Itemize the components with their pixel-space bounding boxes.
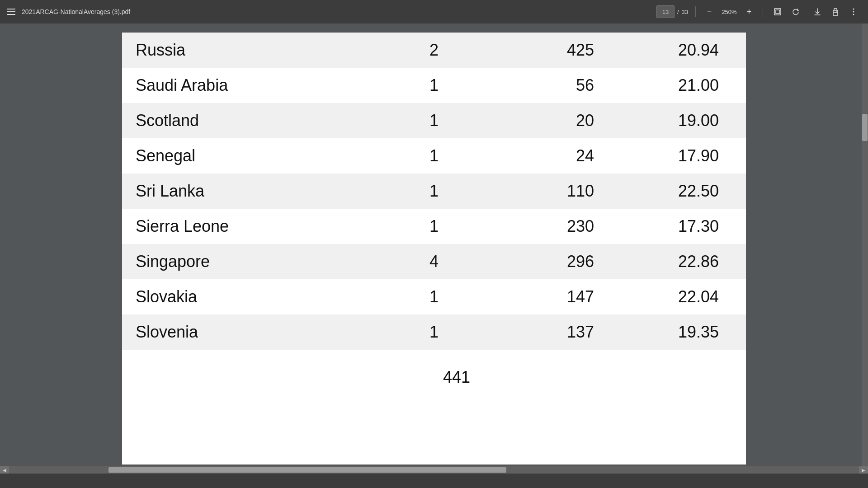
hamburger-icon[interactable] (7, 9, 15, 15)
table-row: Singapore429622.86 (122, 244, 746, 279)
more-options-button[interactable] (846, 5, 861, 19)
vertical-scrollbar-thumb[interactable] (862, 114, 868, 141)
h-scroll-thumb[interactable] (108, 467, 506, 473)
col2-cell: 1 (372, 103, 496, 138)
divider (695, 6, 696, 17)
col3-cell: 24 (496, 138, 621, 174)
page-input[interactable] (656, 5, 675, 18)
country-cell: Russia (122, 33, 372, 68)
h-scroll-right-button[interactable]: ▶ (859, 466, 868, 474)
col3-cell: 230 (496, 209, 621, 244)
col4-cell: 22.50 (621, 174, 746, 209)
country-cell: Saudi Arabia (122, 68, 372, 103)
bottom-bar (0, 474, 868, 488)
h-scroll-track[interactable] (9, 466, 859, 474)
page-navigation: / 33 (656, 5, 688, 18)
zoom-in-button[interactable]: + (743, 5, 755, 18)
horizontal-scrollbar-area: ◀ ▶ (0, 466, 868, 474)
col2-cell: 1 (372, 68, 496, 103)
table-row: Slovenia113719.35 (122, 314, 746, 350)
col4-cell: 19.00 (621, 103, 746, 138)
zoom-out-button[interactable]: − (703, 5, 716, 18)
table-row: Sierra Leone123017.30 (122, 209, 746, 244)
h-scroll-left-button[interactable]: ◀ (0, 466, 9, 474)
divider2 (763, 6, 763, 17)
country-cell: Slovenia (122, 314, 372, 350)
download-button[interactable] (810, 5, 825, 19)
col2-cell: 1 (372, 138, 496, 174)
col4-cell: 17.90 (621, 138, 746, 174)
vertical-scrollbar-track[interactable] (862, 23, 868, 474)
table-row: Saudi Arabia15621.00 (122, 68, 746, 103)
filename-label: 2021ARCAG-NationalAverages (3).pdf (22, 8, 130, 15)
page-separator: / (677, 9, 679, 15)
toolbar: 2021ARCAG-NationalAverages (3).pdf / 33 … (0, 0, 868, 23)
col2-cell: 1 (372, 209, 496, 244)
country-cell: Senegal (122, 138, 372, 174)
fit-page-button[interactable] (770, 5, 785, 19)
country-cell: Slovakia (122, 279, 372, 314)
toolbar-right (810, 5, 861, 19)
col3-cell: 296 (496, 244, 621, 279)
fit-page-icon (773, 7, 782, 16)
col2-cell: 4 (372, 244, 496, 279)
col2-cell: 1 (372, 279, 496, 314)
col2-cell: 2 (372, 33, 496, 68)
col3-cell: 20 (496, 103, 621, 138)
col4-cell: 22.86 (621, 244, 746, 279)
table-row: Sri Lanka111022.50 (122, 174, 746, 209)
col2-cell: 1 (372, 314, 496, 350)
viewer-area: Russia242520.94Saudi Arabia15621.00Scotl… (0, 23, 868, 474)
svg-rect-0 (774, 9, 781, 15)
rotate-button[interactable] (788, 5, 803, 19)
zoom-level-display: 250% (719, 9, 739, 15)
col4-cell: 19.35 (621, 314, 746, 350)
table-row: Senegal12417.90 (122, 138, 746, 174)
pdf-page: Russia242520.94Saudi Arabia15621.00Scotl… (122, 33, 746, 465)
print-button[interactable] (828, 5, 843, 19)
col4-cell: 17.30 (621, 209, 746, 244)
download-icon (813, 7, 822, 16)
country-cell: Sri Lanka (122, 174, 372, 209)
data-table: Russia242520.94Saudi Arabia15621.00Scotl… (122, 33, 746, 350)
svg-point-4 (836, 11, 837, 12)
col3-cell: 56 (496, 68, 621, 103)
svg-rect-3 (833, 13, 838, 15)
country-cell: Scotland (122, 103, 372, 138)
col4-cell: 21.00 (621, 68, 746, 103)
col2-cell: 1 (372, 174, 496, 209)
col3-cell: 147 (496, 279, 621, 314)
col3-cell: 110 (496, 174, 621, 209)
svg-point-6 (853, 11, 854, 13)
col4-cell: 22.04 (621, 279, 746, 314)
table-row: Russia242520.94 (122, 33, 746, 68)
total-row: 441 (167, 350, 746, 396)
country-cell: Sierra Leone (122, 209, 372, 244)
print-icon (831, 7, 840, 16)
table-row: Slovakia114722.04 (122, 279, 746, 314)
svg-point-5 (853, 9, 854, 10)
rotate-icon (791, 7, 800, 16)
col3-cell: 425 (496, 33, 621, 68)
table-row: Scotland12019.00 (122, 103, 746, 138)
more-options-icon (849, 7, 858, 16)
toolbar-center: / 33 − 250% + (656, 5, 803, 19)
col3-cell: 137 (496, 314, 621, 350)
page-total: 33 (682, 9, 688, 15)
svg-point-7 (853, 14, 854, 15)
country-cell: Singapore (122, 244, 372, 279)
toolbar-left: 2021ARCAG-NationalAverages (3).pdf (7, 8, 649, 15)
col4-cell: 20.94 (621, 33, 746, 68)
svg-rect-1 (776, 10, 779, 14)
